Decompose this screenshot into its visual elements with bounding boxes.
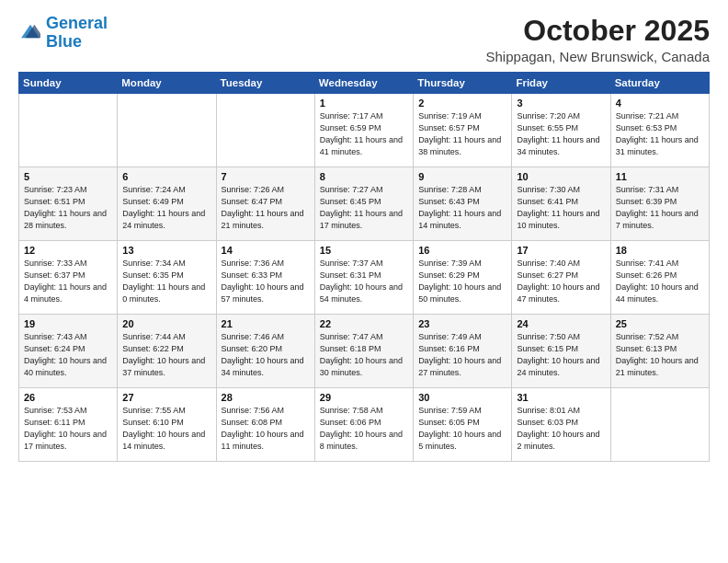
cell-day-number: 30 [418, 392, 506, 403]
calendar-cell: 22Sunrise: 7:47 AMSunset: 6:18 PMDayligh… [314, 315, 413, 388]
cell-info: Sunrise: 7:24 AMSunset: 6:49 PMDaylight:… [122, 184, 210, 232]
calendar-cell [19, 94, 118, 167]
calendar-cell: 16Sunrise: 7:39 AMSunset: 6:29 PMDayligh… [414, 241, 512, 315]
cell-day-number: 6 [122, 171, 210, 182]
cell-day-number: 27 [122, 392, 210, 403]
cell-day-number: 22 [320, 318, 408, 329]
cell-info: Sunrise: 7:53 AMSunset: 6:11 PMDaylight:… [24, 405, 112, 453]
cell-info: Sunrise: 7:58 AMSunset: 6:06 PMDaylight:… [320, 405, 408, 453]
cell-day-number: 16 [418, 245, 506, 256]
cell-info: Sunrise: 7:56 AMSunset: 6:08 PMDaylight:… [222, 405, 310, 453]
cell-day-number: 29 [320, 392, 408, 403]
logo: General Blue [18, 15, 108, 52]
calendar-cell: 27Sunrise: 7:55 AMSunset: 6:10 PMDayligh… [118, 388, 216, 462]
cell-day-number: 1 [320, 98, 408, 109]
cell-day-number: 24 [517, 318, 605, 329]
calendar-cell: 10Sunrise: 7:30 AMSunset: 6:41 PMDayligh… [512, 167, 610, 241]
cell-day-number: 2 [418, 98, 506, 109]
calendar-cell: 28Sunrise: 7:56 AMSunset: 6:08 PMDayligh… [216, 388, 314, 462]
cell-info: Sunrise: 7:59 AMSunset: 6:05 PMDaylight:… [418, 405, 506, 453]
calendar-table: SundayMondayTuesdayWednesdayThursdayFrid… [18, 72, 710, 462]
cell-info: Sunrise: 7:44 AMSunset: 6:22 PMDaylight:… [122, 331, 210, 379]
cell-info: Sunrise: 7:41 AMSunset: 6:26 PMDaylight:… [616, 258, 704, 305]
cell-day-number: 4 [616, 98, 704, 109]
calendar-cell: 30Sunrise: 7:59 AMSunset: 6:05 PMDayligh… [414, 388, 512, 462]
cell-day-number: 25 [616, 318, 704, 329]
calendar-cell: 6Sunrise: 7:24 AMSunset: 6:49 PMDaylight… [118, 167, 216, 241]
cell-day-number: 20 [122, 318, 210, 329]
day-header-sunday: Sunday [19, 73, 118, 94]
cell-info: Sunrise: 7:39 AMSunset: 6:29 PMDaylight:… [418, 258, 506, 305]
day-header-tuesday: Tuesday [216, 73, 314, 94]
cell-day-number: 11 [616, 171, 704, 182]
calendar-cell: 12Sunrise: 7:33 AMSunset: 6:37 PMDayligh… [19, 241, 118, 315]
calendar-subtitle: Shippagan, New Brunswick, Canada [486, 49, 710, 64]
cell-day-number: 10 [517, 171, 605, 182]
calendar-cell: 20Sunrise: 7:44 AMSunset: 6:22 PMDayligh… [118, 315, 216, 388]
calendar-cell: 18Sunrise: 7:41 AMSunset: 6:26 PMDayligh… [610, 241, 709, 315]
calendar-cell: 13Sunrise: 7:34 AMSunset: 6:35 PMDayligh… [118, 241, 216, 315]
cell-info: Sunrise: 7:17 AMSunset: 6:59 PMDaylight:… [320, 110, 408, 158]
calendar-cell [610, 388, 709, 462]
cell-day-number: 15 [320, 245, 408, 256]
calendar-cell [118, 94, 216, 167]
calendar-cell: 4Sunrise: 7:21 AMSunset: 6:53 PMDaylight… [610, 94, 709, 167]
cell-info: Sunrise: 7:50 AMSunset: 6:15 PMDaylight:… [517, 331, 605, 379]
logo-text: General Blue [46, 15, 108, 52]
calendar-cell: 29Sunrise: 7:58 AMSunset: 6:06 PMDayligh… [314, 388, 413, 462]
cell-day-number: 7 [222, 171, 310, 182]
calendar-cell: 19Sunrise: 7:43 AMSunset: 6:24 PMDayligh… [19, 315, 118, 388]
calendar-cell: 14Sunrise: 7:36 AMSunset: 6:33 PMDayligh… [216, 241, 314, 315]
calendar-cell: 26Sunrise: 7:53 AMSunset: 6:11 PMDayligh… [19, 388, 118, 462]
cell-day-number: 14 [222, 245, 310, 256]
cell-info: Sunrise: 7:21 AMSunset: 6:53 PMDaylight:… [616, 110, 704, 158]
calendar-cell: 11Sunrise: 7:31 AMSunset: 6:39 PMDayligh… [610, 167, 709, 241]
cell-info: Sunrise: 7:30 AMSunset: 6:41 PMDaylight:… [517, 184, 605, 232]
cell-day-number: 8 [320, 171, 408, 182]
cell-info: Sunrise: 7:26 AMSunset: 6:47 PMDaylight:… [222, 184, 310, 232]
day-header-friday: Friday [512, 73, 610, 94]
cell-day-number: 5 [24, 171, 112, 182]
calendar-cell: 5Sunrise: 7:23 AMSunset: 6:51 PMDaylight… [19, 167, 118, 241]
cell-info: Sunrise: 7:52 AMSunset: 6:13 PMDaylight:… [616, 331, 704, 379]
header: General Blue October 2025 Shippagan, New… [18, 15, 710, 64]
title-block: October 2025 Shippagan, New Brunswick, C… [486, 15, 710, 64]
cell-info: Sunrise: 7:34 AMSunset: 6:35 PMDaylight:… [122, 258, 210, 305]
cell-info: Sunrise: 7:33 AMSunset: 6:37 PMDaylight:… [24, 258, 112, 305]
cell-day-number: 26 [24, 392, 112, 403]
cell-day-number: 23 [418, 318, 506, 329]
calendar-cell: 21Sunrise: 7:46 AMSunset: 6:20 PMDayligh… [216, 315, 314, 388]
day-header-monday: Monday [118, 73, 216, 94]
cell-info: Sunrise: 7:36 AMSunset: 6:33 PMDaylight:… [222, 258, 310, 305]
cell-day-number: 31 [517, 392, 605, 403]
cell-day-number: 28 [222, 392, 310, 403]
calendar-cell: 15Sunrise: 7:37 AMSunset: 6:31 PMDayligh… [314, 241, 413, 315]
calendar-cell: 3Sunrise: 7:20 AMSunset: 6:55 PMDaylight… [512, 94, 610, 167]
calendar-cell: 7Sunrise: 7:26 AMSunset: 6:47 PMDaylight… [216, 167, 314, 241]
calendar-cell: 17Sunrise: 7:40 AMSunset: 6:27 PMDayligh… [512, 241, 610, 315]
page: General Blue October 2025 Shippagan, New… [0, 0, 728, 563]
calendar-cell: 23Sunrise: 7:49 AMSunset: 6:16 PMDayligh… [414, 315, 512, 388]
cell-info: Sunrise: 7:43 AMSunset: 6:24 PMDaylight:… [24, 331, 112, 379]
cell-day-number: 21 [222, 318, 310, 329]
cell-info: Sunrise: 7:28 AMSunset: 6:43 PMDaylight:… [418, 184, 506, 232]
cell-info: Sunrise: 7:31 AMSunset: 6:39 PMDaylight:… [616, 184, 704, 232]
cell-day-number: 19 [24, 318, 112, 329]
day-header-saturday: Saturday [610, 73, 709, 94]
cell-info: Sunrise: 8:01 AMSunset: 6:03 PMDaylight:… [517, 405, 605, 453]
calendar-cell: 8Sunrise: 7:27 AMSunset: 6:45 PMDaylight… [314, 167, 413, 241]
calendar-cell: 9Sunrise: 7:28 AMSunset: 6:43 PMDaylight… [414, 167, 512, 241]
cell-day-number: 18 [616, 245, 704, 256]
calendar-cell: 2Sunrise: 7:19 AMSunset: 6:57 PMDaylight… [414, 94, 512, 167]
cell-info: Sunrise: 7:37 AMSunset: 6:31 PMDaylight:… [320, 258, 408, 305]
cell-day-number: 3 [517, 98, 605, 109]
cell-info: Sunrise: 7:46 AMSunset: 6:20 PMDaylight:… [222, 331, 310, 379]
cell-info: Sunrise: 7:47 AMSunset: 6:18 PMDaylight:… [320, 331, 408, 379]
cell-day-number: 12 [24, 245, 112, 256]
cell-info: Sunrise: 7:27 AMSunset: 6:45 PMDaylight:… [320, 184, 408, 232]
calendar-cell: 1Sunrise: 7:17 AMSunset: 6:59 PMDaylight… [314, 94, 413, 167]
cell-info: Sunrise: 7:55 AMSunset: 6:10 PMDaylight:… [122, 405, 210, 453]
day-header-wednesday: Wednesday [314, 73, 413, 94]
cell-day-number: 9 [418, 171, 506, 182]
calendar-title: October 2025 [486, 15, 710, 47]
